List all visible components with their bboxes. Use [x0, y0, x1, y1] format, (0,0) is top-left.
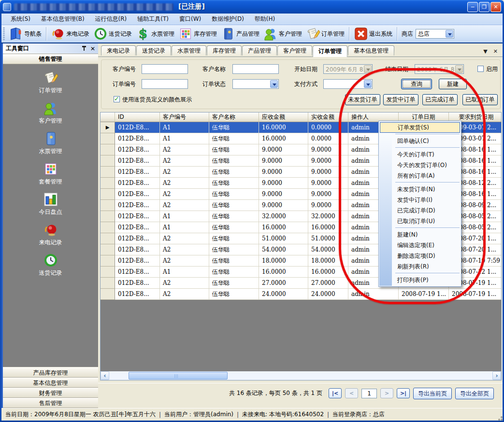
row-selector-cell[interactable] [101, 167, 115, 178]
sidebar-group-button-2[interactable]: 基本信息管理 [3, 378, 98, 388]
scrollbar-thumb[interactable] [129, 372, 228, 380]
cell[interactable]: 伍华聪 [209, 289, 259, 300]
row-selector-cell[interactable] [101, 133, 115, 144]
close-button[interactable]: ✕ [490, 2, 501, 12]
context-menu-item-15[interactable]: 编辑选定项(E) [379, 240, 461, 251]
cell[interactable]: A2 [160, 200, 209, 211]
sidebar-item-bell[interactable]: 来电记录 [3, 222, 98, 253]
column-header-5[interactable]: 实收金额 [308, 113, 348, 122]
sidebar-item-grid[interactable]: 套餐管理 [3, 161, 98, 192]
cell[interactable]: 012D-E8... [115, 133, 160, 144]
enable-checkbox[interactable] [477, 66, 484, 72]
cell[interactable]: 伍华聪 [209, 144, 259, 155]
cell[interactable]: 9.0000 [308, 144, 348, 155]
first-page-button[interactable]: |< [329, 388, 342, 398]
column-header-2[interactable]: 客户编号 [160, 113, 209, 122]
cell[interactable]: 012D-E8... [115, 267, 160, 278]
cell[interactable]: A2 [160, 189, 209, 200]
row-selector-cell[interactable]: ▶ [101, 122, 115, 133]
toolbar-button-clock[interactable]: 送货记录 [91, 26, 134, 42]
context-menu-item-17[interactable]: 刷新列表(R) [379, 261, 461, 272]
sidebar-item-chart[interactable]: 今日盘点 [3, 192, 98, 222]
cell[interactable]: A2 [160, 167, 209, 178]
cell[interactable]: 012D-E8... [115, 278, 160, 289]
query-button[interactable]: 查询 [401, 79, 432, 89]
quick-filter-button-1[interactable]: 未发货订单 [345, 94, 380, 105]
context-menu-item-10[interactable]: 发货中订单(I) [379, 195, 461, 205]
cell[interactable]: 伍华聪 [209, 267, 259, 278]
row-selector-cell[interactable] [101, 222, 115, 233]
cell[interactable]: 27.0000 [308, 278, 348, 289]
tab-4[interactable]: 库存管理 [207, 45, 242, 56]
cell[interactable]: 16.0000 [259, 133, 308, 144]
cell[interactable]: 012D-E8... [115, 211, 160, 222]
cell[interactable]: 32.0000 [259, 211, 308, 222]
horizontal-scrollbar[interactable]: ‹ › [101, 371, 501, 380]
cell[interactable]: 012D-E8... [115, 200, 160, 211]
cell[interactable]: 24.0000 [308, 289, 348, 300]
toolbar-grip[interactable] [3, 28, 5, 40]
row-selector-cell[interactable] [101, 267, 115, 278]
cell[interactable]: 012D-E8... [115, 189, 160, 200]
row-selector-cell[interactable] [101, 244, 115, 255]
context-menu-item-9[interactable]: 未发货订单(N) [379, 184, 461, 195]
cell[interactable]: 伍华聪 [209, 167, 259, 178]
cell[interactable]: 2008-07-19 1... [399, 289, 449, 300]
cell[interactable]: A1 [160, 122, 209, 133]
cell[interactable]: 51.0000 [308, 233, 348, 244]
cell[interactable]: 54.0000 [259, 244, 308, 255]
cell[interactable]: 0.0000 [308, 133, 348, 144]
context-menu-item-7[interactable]: 所有的订单(A) [379, 170, 461, 181]
cell[interactable]: 012D-E8... [115, 144, 160, 155]
scroll-right-arrow-icon[interactable]: › [492, 371, 501, 380]
cell[interactable]: 伍华聪 [209, 189, 259, 200]
row-selector-cell[interactable] [101, 289, 115, 300]
menubar-item-4[interactable]: 辅助工具(T) [132, 14, 174, 25]
cell[interactable]: A2 [160, 244, 209, 255]
cell[interactable]: admin [348, 289, 399, 300]
row-selector-cell[interactable] [101, 255, 115, 267]
column-header-1[interactable]: ID [115, 113, 160, 122]
cell[interactable]: 9.0000 [308, 155, 348, 167]
cell[interactable]: 2008-07-19 1... [449, 289, 502, 300]
tab-dropdown-icon[interactable]: ▼ [483, 48, 487, 55]
tab-2[interactable]: 送货记录 [136, 45, 171, 56]
cell[interactable]: 伍华聪 [209, 244, 259, 255]
context-menu-item-14[interactable]: 新建(N) [379, 229, 461, 240]
quick-filter-button-2[interactable]: 发货中订单 [383, 94, 418, 105]
order-no-input[interactable] [142, 79, 188, 89]
end-date-picker[interactable]: 2009年 6月 8日 [415, 64, 464, 74]
sidebar-group-button-1[interactable]: 产品库存管理 [3, 367, 98, 378]
cell[interactable]: 伍华聪 [209, 222, 259, 233]
sidebar-item-card[interactable]: 水票管理 [3, 131, 98, 161]
menubar-item-3[interactable]: 运行信息(R) [90, 14, 132, 25]
sidebar-group-sales[interactable]: 销售管理 [3, 54, 98, 64]
export-all-pages-button[interactable]: 导出全部页 [455, 388, 494, 399]
sidebar-group-button-4[interactable]: 售后管理 [3, 398, 98, 408]
customer-name-input[interactable] [232, 64, 279, 74]
cell[interactable]: 27.0000 [259, 278, 308, 289]
toolbar-button-exit[interactable]: 退出系统 [352, 26, 394, 42]
row-selector-cell[interactable] [101, 178, 115, 189]
cell[interactable]: A1 [160, 133, 209, 144]
next-page-button[interactable]: > [380, 388, 393, 398]
tab-1[interactable]: 来电记录 [101, 45, 136, 56]
cell[interactable]: 16.0000 [308, 222, 348, 233]
cell[interactable]: 9.0000 [259, 155, 308, 167]
cell[interactable]: 18.0000 [308, 255, 348, 267]
column-header-3[interactable]: 客户名称 [209, 113, 259, 122]
context-menu-item-11[interactable]: 已完成订单(D) [379, 205, 461, 216]
cell[interactable]: 9.0000 [308, 200, 348, 211]
cell[interactable]: 012D-E8... [115, 222, 160, 233]
cell[interactable]: 9.0000 [259, 200, 308, 211]
cell[interactable]: 54.0000 [308, 244, 348, 255]
menubar-item-5[interactable]: 窗口(W) [174, 14, 206, 25]
dropdown-arrow-icon[interactable] [446, 30, 453, 38]
sidebar-group-button-3[interactable]: 财务管理 [3, 388, 98, 398]
cell[interactable]: 16.0000 [259, 267, 308, 278]
cell[interactable]: A2 [160, 155, 209, 167]
tab-close-icon[interactable]: ✕ [493, 48, 498, 55]
quick-filter-button-3[interactable]: 已完成订单 [422, 94, 458, 105]
quick-filter-button-4[interactable]: 已取消订单 [462, 94, 498, 105]
row-selector-cell[interactable] [101, 211, 115, 222]
